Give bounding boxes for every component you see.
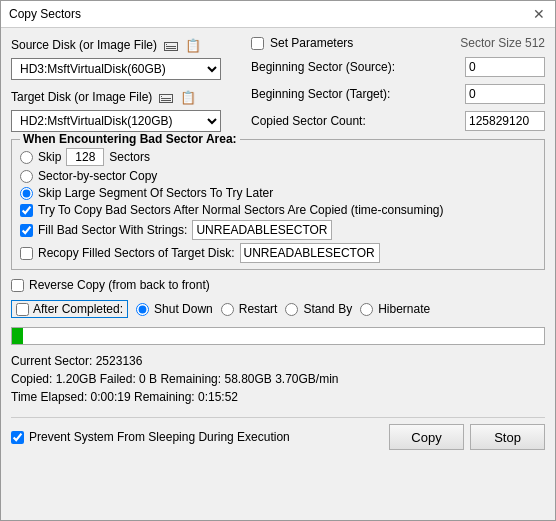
fill-bad-row: Fill Bad Sector With Strings: xyxy=(20,220,536,240)
sector-by-sector-radio[interactable] xyxy=(20,170,33,183)
copy-sectors-window: Copy Sectors ✕ Source Disk (or Image Fil… xyxy=(0,0,556,521)
restart-label: Restart xyxy=(239,302,278,316)
progress-container xyxy=(11,327,545,345)
copied-sector-count-row: Copied Sector Count: xyxy=(251,111,545,131)
skip-large-label: Skip Large Segment Of Sectors To Try Lat… xyxy=(38,186,273,200)
recopy-label: Recopy Filled Sectors of Target Disk: xyxy=(38,246,235,260)
recopy-input[interactable] xyxy=(240,243,380,263)
time-elapsed-status: Time Elapsed: 0:00:19 Remaining: 0:15:52 xyxy=(11,388,545,406)
reverse-copy-label: Reverse Copy (from back to front) xyxy=(29,278,210,292)
beginning-sector-source-label: Beginning Sector (Source): xyxy=(251,60,395,74)
set-parameters-checkbox[interactable] xyxy=(251,37,264,50)
skip-value-input[interactable] xyxy=(66,148,104,166)
progress-bar xyxy=(12,328,23,344)
target-copy-icon: 📋 xyxy=(180,90,196,105)
skip-label: Skip xyxy=(38,150,61,164)
button-row: Copy Stop xyxy=(389,424,545,450)
after-completed-row: After Completed: Shut Down Restart Stand… xyxy=(11,300,545,318)
source-disk-label-row: Source Disk (or Image File) 🖴 📋 xyxy=(11,36,241,54)
sectors-label: Sectors xyxy=(109,150,150,164)
stop-button[interactable]: Stop xyxy=(470,424,545,450)
bad-sector-group: When Encountering Bad Sector Area: Skip … xyxy=(11,139,545,270)
set-parameters-label: Set Parameters xyxy=(270,36,353,50)
fill-bad-checkbox[interactable] xyxy=(20,224,33,237)
beginning-sector-source-row: Beginning Sector (Source): xyxy=(251,57,545,77)
sector-by-sector-row: Sector-by-sector Copy xyxy=(20,169,536,183)
target-disk-label: Target Disk (or Image File) xyxy=(11,90,152,104)
shutdown-radio-row: Shut Down xyxy=(136,302,213,316)
target-disk-label-row: Target Disk (or Image File) 🖴 📋 xyxy=(11,88,241,106)
bottom-row: Prevent System From Sleeping During Exec… xyxy=(11,417,545,450)
try-copy-label: Try To Copy Bad Sectors After Normal Sec… xyxy=(38,203,444,217)
fill-bad-label: Fill Bad Sector With Strings: xyxy=(38,223,187,237)
source-disk-combo[interactable]: HD3:MsftVirtualDisk(60GB) xyxy=(11,58,221,80)
param-section: Set Parameters Sector Size 512 Beginning… xyxy=(251,36,545,132)
hibernate-radio[interactable] xyxy=(360,303,373,316)
standby-radio[interactable] xyxy=(285,303,298,316)
beginning-sector-source-input[interactable] xyxy=(465,57,545,77)
main-content: Source Disk (or Image File) 🖴 📋 HD3:Msft… xyxy=(1,28,555,520)
beginning-sector-target-label: Beginning Sector (Target): xyxy=(251,87,390,101)
after-completed-label: After Completed: xyxy=(33,302,123,316)
reverse-copy-checkbox[interactable] xyxy=(11,279,24,292)
copied-sector-count-label: Copied Sector Count: xyxy=(251,114,366,128)
disk-section: Source Disk (or Image File) 🖴 📋 HD3:Msft… xyxy=(11,36,241,132)
prevent-sleep-label: Prevent System From Sleeping During Exec… xyxy=(29,430,290,444)
standby-label: Stand By xyxy=(303,302,352,316)
hibernate-label: Hibernate xyxy=(378,302,430,316)
sector-size-label: Sector Size 512 xyxy=(460,36,545,50)
current-sector-status: Current Sector: 2523136 xyxy=(11,352,545,370)
recopy-row: Recopy Filled Sectors of Target Disk: xyxy=(20,243,536,263)
close-button[interactable]: ✕ xyxy=(531,7,547,21)
status-area: Current Sector: 2523136 Copied: 1.20GB F… xyxy=(11,352,545,406)
prevent-sleep-checkbox[interactable] xyxy=(11,431,24,444)
copy-button[interactable]: Copy xyxy=(389,424,464,450)
standby-radio-row: Stand By xyxy=(285,302,352,316)
source-disk-label: Source Disk (or Image File) xyxy=(11,38,157,52)
after-completed-checkbox[interactable] xyxy=(16,303,29,316)
skip-large-row: Skip Large Segment Of Sectors To Try Lat… xyxy=(20,186,536,200)
copied-sector-count-input[interactable] xyxy=(465,111,545,131)
bad-sector-title: When Encountering Bad Sector Area: xyxy=(20,132,240,146)
target-disk-combo[interactable]: HD2:MsftVirtualDisk(120GB) xyxy=(11,110,221,132)
beginning-sector-target-row: Beginning Sector (Target): xyxy=(251,84,545,104)
skip-radio-row: Skip Sectors xyxy=(20,148,536,166)
restart-radio-row: Restart xyxy=(221,302,278,316)
reverse-copy-row: Reverse Copy (from back to front) xyxy=(11,278,545,292)
shutdown-radio[interactable] xyxy=(136,303,149,316)
shutdown-label: Shut Down xyxy=(154,302,213,316)
skip-large-radio[interactable] xyxy=(20,187,33,200)
top-section: Source Disk (or Image File) 🖴 📋 HD3:Msft… xyxy=(11,36,545,132)
recopy-checkbox[interactable] xyxy=(20,247,33,260)
hibernate-radio-row: Hibernate xyxy=(360,302,430,316)
source-disk-icon: 🖴 xyxy=(163,36,179,54)
prevent-sleep-row: Prevent System From Sleeping During Exec… xyxy=(11,430,290,444)
restart-radio[interactable] xyxy=(221,303,234,316)
title-bar: Copy Sectors ✕ xyxy=(1,1,555,28)
try-copy-checkbox[interactable] xyxy=(20,204,33,217)
source-copy-icon: 📋 xyxy=(185,38,201,53)
skip-radio[interactable] xyxy=(20,151,33,164)
bad-sector-content: Skip Sectors Sector-by-sector Copy Skip … xyxy=(20,148,536,263)
target-disk-icon: 🖴 xyxy=(158,88,174,106)
fill-bad-input[interactable] xyxy=(192,220,332,240)
sector-by-sector-label: Sector-by-sector Copy xyxy=(38,169,157,183)
set-param-header: Set Parameters Sector Size 512 xyxy=(251,36,545,50)
beginning-sector-target-input[interactable] xyxy=(465,84,545,104)
after-completed-check-container: After Completed: xyxy=(11,300,128,318)
try-copy-row: Try To Copy Bad Sectors After Normal Sec… xyxy=(20,203,536,217)
window-title: Copy Sectors xyxy=(9,7,81,21)
copied-info-status: Copied: 1.20GB Failed: 0 B Remaining: 58… xyxy=(11,370,545,388)
